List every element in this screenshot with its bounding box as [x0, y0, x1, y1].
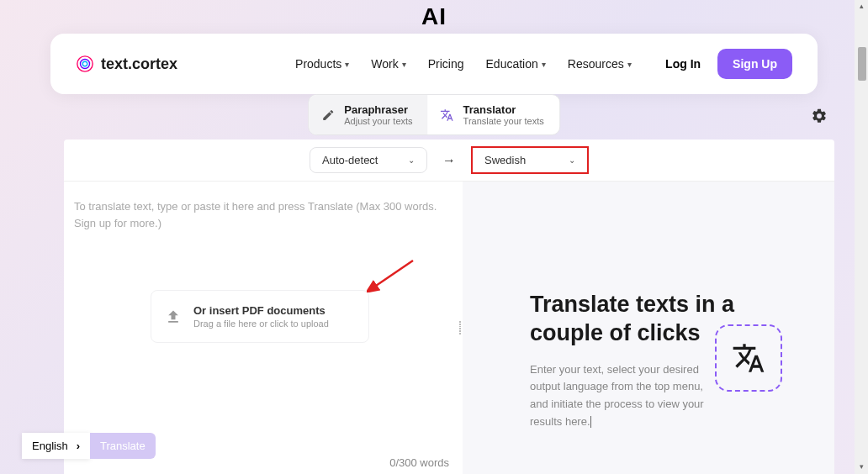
gear-icon	[811, 108, 828, 124]
target-language-select[interactable]: Swedish ⌄	[471, 146, 589, 174]
chevron-down-icon: ⌄	[408, 155, 415, 165]
pencil-icon	[320, 108, 336, 123]
source-language-select[interactable]: Auto-detect ⌄	[310, 147, 427, 173]
chevron-right-icon: ›	[77, 440, 80, 452]
main-nav: Products▾ Work▾ Pricing Education▾ Resou…	[295, 57, 632, 71]
nav-products[interactable]: Products▾	[295, 57, 349, 71]
translate-icon	[440, 108, 455, 123]
brand-logo-icon	[76, 55, 94, 73]
svg-point-1	[81, 60, 90, 69]
nav-education[interactable]: Education▾	[486, 57, 546, 71]
brand-name: text.cortex	[101, 55, 177, 73]
scroll-up-arrow[interactable]: ▴	[856, 2, 866, 12]
scroll-down-arrow[interactable]: ▾	[856, 462, 866, 472]
translator-content: To translate text, type or paste it here…	[64, 182, 834, 474]
translate-large-icon	[732, 341, 765, 375]
main-header: text.cortex Products▾ Work▾ Pricing Educ…	[50, 34, 818, 94]
auth-group: Log In Sign Up	[665, 49, 792, 79]
svg-point-0	[77, 56, 93, 71]
login-link[interactable]: Log In	[665, 57, 701, 71]
svg-point-2	[82, 61, 87, 66]
output-placeholder-description: Enter your text, select your desired out…	[530, 361, 707, 431]
nav-resources[interactable]: Resources▾	[568, 57, 632, 71]
page-scrollbar-track[interactable]: ▴ ▾	[855, 0, 868, 474]
chevron-down-icon: ▾	[345, 60, 349, 69]
swap-arrow-icon: →	[442, 153, 456, 168]
translator-title: Translator	[463, 103, 544, 116]
output-column: Translate texts in a couple of clicks En…	[463, 182, 834, 474]
chevron-down-icon: ⌄	[569, 155, 575, 165]
nav-work[interactable]: Work▾	[371, 57, 405, 71]
page-scrollbar-thumb[interactable]	[858, 47, 866, 81]
input-column: To translate text, type or paste it here…	[64, 182, 463, 474]
settings-button[interactable]	[811, 108, 828, 124]
input-textarea[interactable]: To translate text, type or paste it here…	[74, 198, 446, 231]
nav-pricing[interactable]: Pricing	[428, 57, 464, 71]
text-cursor	[590, 416, 591, 428]
brand-logo-group[interactable]: text.cortex	[76, 55, 177, 73]
annotation-arrow	[367, 259, 417, 292]
chevron-down-icon: ▾	[542, 60, 546, 69]
svg-line-3	[373, 261, 413, 287]
mode-tabs: Paraphraser Adjust your texts Translator…	[308, 94, 560, 135]
language-bar: Auto-detect ⌄ → Swedish ⌄	[64, 140, 834, 182]
translate-decorative-box	[715, 324, 782, 392]
tab-translator[interactable]: Translator Translate your texts	[428, 95, 559, 134]
bottom-controls: English › Translate	[22, 433, 156, 459]
translator-panel: Auto-detect ⌄ → Swedish ⌄ To translate t…	[64, 140, 834, 474]
upload-icon	[165, 308, 182, 325]
ui-language-picker[interactable]: English ›	[22, 433, 90, 459]
page-top-partial-text: AI	[421, 3, 447, 30]
pdf-upload-box[interactable]: Or insert PDF documents Drag a file here…	[151, 290, 369, 343]
pdf-upload-title: Or insert PDF documents	[193, 304, 329, 317]
translator-subtitle: Translate your texts	[463, 116, 544, 126]
chevron-down-icon: ▾	[402, 60, 406, 69]
translate-button[interactable]: Translate	[90, 433, 156, 459]
tab-paraphraser[interactable]: Paraphraser Adjust your texts	[309, 95, 427, 134]
signup-button[interactable]: Sign Up	[717, 49, 792, 79]
paraphraser-subtitle: Adjust your texts	[344, 116, 412, 126]
chevron-down-icon: ▾	[627, 60, 632, 69]
pdf-upload-subtitle: Drag a file here or click to upload	[193, 319, 329, 329]
paraphraser-title: Paraphraser	[344, 103, 412, 116]
word-counter: 0/300 words	[389, 456, 449, 469]
